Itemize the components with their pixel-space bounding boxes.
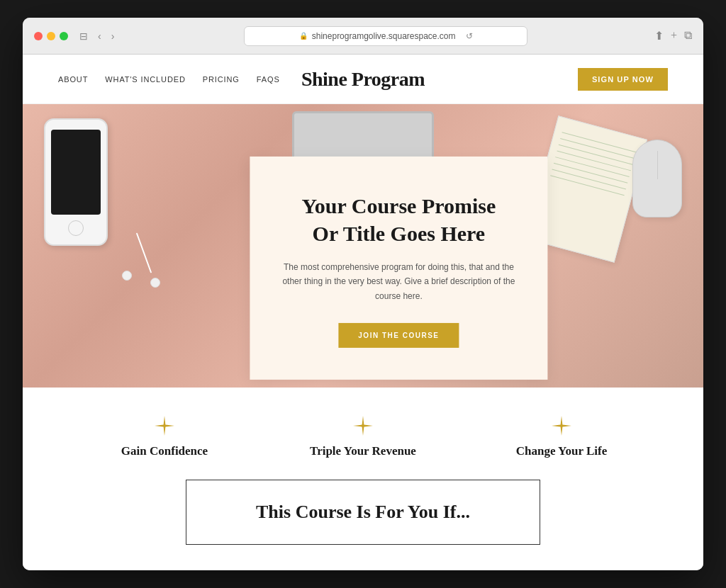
feature-title-revenue: Triple Your Revenue (264, 444, 462, 458)
page-content: ABOUT WHAT'S INCLUDED PRICING FAQS Shine… (23, 55, 703, 570)
new-tab-icon[interactable]: + (671, 29, 677, 43)
sidebar-toggle-button[interactable]: ⊟ (77, 29, 91, 43)
bottom-section: This Course Is For You If... (23, 480, 703, 545)
course-for-title: This Course Is For You If... (222, 502, 504, 523)
main-nav: ABOUT WHAT'S INCLUDED PRICING FAQS (58, 75, 280, 84)
traffic-lights (34, 32, 68, 40)
course-for-card: This Course Is For You If... (186, 480, 540, 545)
site-title: Shine Program (301, 68, 425, 91)
feature-title-confidence: Gain Confidence (65, 444, 264, 458)
signup-button[interactable]: SIGN UP NOW (578, 68, 668, 91)
earphones-decoration (108, 232, 179, 288)
nav-about[interactable]: ABOUT (58, 75, 88, 84)
address-bar[interactable]: 🔒 shineprogramgolive.squarespace.com ↺ (244, 26, 527, 46)
earphone-bud-left (122, 271, 132, 281)
browser-window: ⊟ ‹ › 🔒 shineprogramgolive.squarespace.c… (23, 18, 703, 570)
nav-faqs[interactable]: FAQS (257, 75, 280, 84)
back-button[interactable]: ‹ (95, 29, 104, 43)
star-icon-life (552, 416, 571, 436)
phone-screen (51, 130, 101, 215)
nav-whats-included[interactable]: WHAT'S INCLUDED (105, 75, 186, 84)
url-text: shineprogramgolive.squarespace.com (312, 31, 456, 41)
star-icon-revenue (353, 416, 373, 436)
hero-card-title: Your Course Promise Or Title Goes Here (281, 192, 515, 247)
reload-icon[interactable]: ↺ (466, 31, 473, 41)
hero-section: Your Course Promise Or Title Goes Here T… (23, 104, 703, 388)
browser-controls: ⊟ ‹ › (77, 29, 117, 43)
browser-chrome: ⊟ ‹ › 🔒 shineprogramgolive.squarespace.c… (23, 18, 703, 55)
feature-title-life: Change Your Life (462, 444, 661, 458)
phone-home-button (68, 220, 84, 236)
hero-card: Your Course Promise Or Title Goes Here T… (250, 157, 547, 380)
browser-actions: ⬆ + ⧉ (654, 29, 692, 43)
features-section: Gain Confidence Triple Your Revenue Chan… (23, 388, 703, 480)
maximize-button[interactable] (60, 32, 68, 40)
earphone-bud-right (150, 278, 160, 288)
tabs-icon[interactable]: ⧉ (684, 29, 692, 43)
earphone-wire (136, 232, 152, 273)
close-button[interactable] (34, 32, 43, 40)
phone-decoration (44, 118, 108, 246)
hero-card-description: The most comprehensive program for doing… (281, 260, 515, 303)
share-icon[interactable]: ⬆ (654, 29, 664, 43)
mouse-decoration (632, 140, 682, 217)
join-course-button[interactable]: JOIN THE COURSE (338, 323, 459, 348)
nav-pricing[interactable]: PRICING (203, 75, 240, 84)
forward-button[interactable]: › (108, 29, 118, 43)
star-icon-confidence (155, 416, 174, 436)
lock-icon: 🔒 (299, 32, 308, 40)
minimize-button[interactable] (47, 32, 55, 40)
feature-item-revenue: Triple Your Revenue (264, 416, 462, 458)
site-header: ABOUT WHAT'S INCLUDED PRICING FAQS Shine… (23, 55, 703, 104)
feature-item-life: Change Your Life (462, 416, 661, 458)
mouse-scroll-line (657, 151, 658, 179)
feature-item-confidence: Gain Confidence (65, 416, 264, 458)
